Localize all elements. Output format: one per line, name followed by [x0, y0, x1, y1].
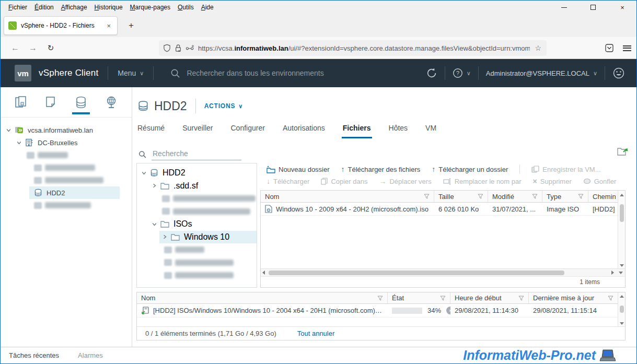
column-header-nom[interactable]: Nom — [261, 191, 434, 202]
bookmark-star-icon[interactable]: ☆ — [534, 44, 542, 52]
tab-fichiers[interactable]: Fichiers — [342, 122, 372, 138]
vsphere-menu-button[interactable]: Menu ∨ — [118, 69, 144, 77]
filter-icon[interactable] — [532, 194, 538, 199]
copy-to-button[interactable]: Copier dans — [321, 178, 367, 185]
folder-redacted[interactable] — [137, 269, 257, 282]
reload-button[interactable]: ↻ — [42, 40, 59, 56]
menu-fichier[interactable]: Fichier — [5, 2, 31, 13]
folder-tree-root[interactable]: HDD2 — [137, 167, 257, 180]
tree-item-vcenter[interactable]: vcsa.informatiweb.lan — [1, 124, 132, 136]
feedback-smiley-icon[interactable] — [612, 67, 625, 79]
tab-resume[interactable]: Résumé — [136, 122, 166, 138]
tree-item-redacted[interactable] — [1, 149, 132, 161]
filter-icon[interactable] — [424, 194, 430, 199]
tree-item-redacted[interactable] — [1, 199, 132, 212]
files-search-input[interactable] — [152, 148, 241, 160]
vertical-scrollbar[interactable] — [618, 304, 625, 326]
folder-isos[interactable]: ISOs — [137, 218, 257, 231]
move-to-button[interactable]: → Déplacer vers — [379, 177, 431, 185]
column-header-nom[interactable]: Nom — [137, 292, 388, 303]
tree-item-datastore-hdd2[interactable]: HDD2 — [29, 186, 120, 199]
column-header-etat[interactable]: État — [388, 292, 450, 303]
new-tab-button[interactable]: + — [124, 18, 138, 33]
pocket-icon[interactable] — [605, 44, 613, 52]
account-menu-button[interactable]: Administrator@VSPHERE.LOCAL ∨ — [486, 69, 597, 77]
inflate-button[interactable]: Gonfler — [583, 178, 617, 185]
close-button[interactable]: × — [616, 2, 629, 13]
download-button[interactable]: ↓ Télécharger — [267, 177, 309, 185]
permissions-icon[interactable] — [186, 45, 194, 51]
shield-icon[interactable] — [163, 44, 171, 52]
help-menu-button[interactable]: ? ∨ — [453, 68, 471, 78]
recent-tasks-tab[interactable]: Tâches récentes — [9, 351, 59, 359]
filter-icon[interactable] — [608, 296, 613, 301]
chevron-collapsed-icon[interactable] — [162, 234, 168, 240]
forward-button[interactable]: → — [25, 40, 41, 56]
column-header-modifie[interactable]: Modifié — [488, 191, 542, 202]
column-header-heure-debut[interactable]: Heure de début — [450, 292, 529, 303]
tab-hotes[interactable]: Hôtes — [388, 122, 409, 138]
menu-aide[interactable]: Aide — [198, 2, 217, 13]
url-bar[interactable]: https://vcsa.informatiweb.lan/ui/#?exten… — [159, 40, 547, 56]
tab-autorisations[interactable]: Autorisations — [282, 122, 326, 138]
menu-marque-pages[interactable]: Marque-pages — [126, 2, 174, 13]
actions-menu-button[interactable]: ACTIONS ∨ — [204, 102, 243, 110]
column-header-taille[interactable]: Taille — [434, 191, 488, 202]
vertical-scrollbar[interactable] — [618, 292, 625, 304]
delete-button[interactable]: × Supprimer — [533, 177, 572, 185]
filter-icon[interactable] — [440, 296, 446, 301]
vertical-scrollbar[interactable] — [618, 203, 625, 268]
task-row[interactable]: [HDD2] ISOs/Windows 10/Windows 10 - 2004… — [137, 304, 625, 318]
filter-icon[interactable] — [578, 194, 584, 199]
folder-redacted[interactable] — [137, 256, 257, 269]
horizontal-scrollbar[interactable] — [261, 268, 625, 276]
vms-templates-tab[interactable] — [39, 89, 63, 115]
vertical-scrollbar[interactable] — [618, 191, 625, 203]
upload-files-button[interactable]: ↑ Télécharger des fichiers — [341, 165, 421, 173]
tree-item-datacenter[interactable]: DC-Bruxelles — [1, 136, 132, 149]
folder-redacted[interactable] — [137, 192, 257, 205]
menu-affichage[interactable]: Affichage — [57, 2, 91, 13]
filter-icon[interactable] — [518, 296, 524, 301]
storage-tab[interactable] — [69, 89, 93, 115]
popout-window-icon[interactable] — [617, 147, 629, 156]
refresh-icon[interactable] — [426, 67, 437, 79]
lock-warning-icon[interactable] — [175, 44, 182, 52]
browser-tab[interactable]: vSphere - HDD2 - Fichiers × — [4, 16, 118, 35]
networking-tab[interactable] — [99, 89, 123, 115]
url-text[interactable]: https://vcsa.informatiweb.lan/ui/#?exten… — [198, 44, 530, 52]
chevron-expanded-icon[interactable] — [16, 140, 22, 146]
chevron-expanded-icon[interactable] — [6, 127, 11, 133]
tab-configurer[interactable]: Configurer — [230, 122, 266, 138]
filter-icon[interactable] — [377, 296, 383, 301]
alarms-tab[interactable]: Alarmes — [78, 351, 103, 359]
filter-icon[interactable] — [478, 194, 483, 199]
chevron-collapsed-icon[interactable] — [152, 183, 157, 189]
tree-item-redacted[interactable] — [1, 161, 132, 174]
register-vm-button[interactable]: Enregistrer la VM... — [531, 166, 600, 173]
cancel-all-link[interactable]: Tout annuler — [297, 330, 335, 337]
column-header-type[interactable]: Type — [542, 191, 588, 202]
maximize-button[interactable] — [586, 2, 600, 13]
tab-vm[interactable]: VM — [424, 122, 437, 138]
folder-sdd-sf[interactable]: .sdd.sf — [137, 180, 257, 193]
chevron-expanded-icon[interactable] — [152, 221, 157, 227]
back-button[interactable]: ← — [7, 40, 24, 56]
minimize-button[interactable] — [557, 2, 571, 13]
column-header-derniere-mise-a-jour[interactable]: Dernière mise à jour — [529, 292, 618, 303]
rename-button[interactable]: Remplacer le nom par — [443, 178, 522, 185]
tree-item-redacted[interactable] — [1, 174, 132, 186]
tab-surveiller[interactable]: Surveiller — [181, 122, 214, 138]
folder-redacted[interactable] — [137, 243, 257, 256]
new-folder-button[interactable]: Nouveau dossier — [267, 166, 330, 173]
global-search[interactable]: Rechercher dans tous les environnements — [170, 68, 323, 78]
tab-close-icon[interactable]: × — [105, 22, 113, 30]
hosts-clusters-tab[interactable] — [9, 89, 33, 115]
upload-folder-button[interactable]: ↑ Télécharger un dossier — [432, 165, 508, 173]
menu-edition[interactable]: Édition — [31, 2, 57, 13]
file-row[interactable]: Windows 10 - 2009 x64 - 20H2 (microsoft.… — [261, 203, 625, 216]
chevron-expanded-icon[interactable] — [141, 170, 147, 176]
folder-windows-10[interactable]: Windows 10 — [159, 231, 257, 244]
menu-outils[interactable]: Outils — [174, 2, 198, 13]
cancel-task-icon[interactable]: × — [446, 307, 450, 314]
